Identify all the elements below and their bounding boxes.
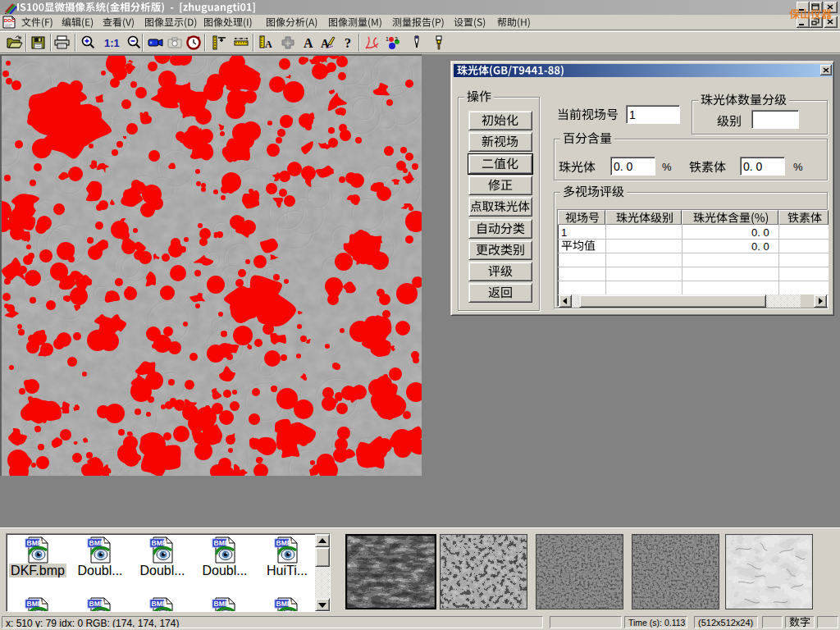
svg-text:A: A — [304, 36, 313, 50]
svg-text:BMP: BMP — [214, 600, 230, 608]
svg-text:DOC: DOC — [4, 18, 16, 23]
svg-text:3: 3 — [395, 36, 398, 42]
svg-text:BMP: BMP — [89, 539, 105, 547]
svg-text:1: 1 — [386, 36, 389, 42]
svg-text:BMP: BMP — [152, 539, 167, 547]
svg-text:BMP: BMP — [214, 539, 230, 547]
svg-text:BMP: BMP — [89, 600, 105, 608]
svg-text:BMP: BMP — [276, 539, 292, 547]
svg-text:1:1: 1:1 — [104, 37, 120, 49]
svg-text:BMP: BMP — [152, 600, 167, 608]
svg-text:BMP: BMP — [27, 539, 43, 547]
svg-text:?: ? — [345, 36, 351, 50]
svg-text:BMP: BMP — [27, 600, 43, 608]
svg-text:BMP: BMP — [276, 600, 292, 608]
svg-text:A: A — [265, 39, 272, 50]
